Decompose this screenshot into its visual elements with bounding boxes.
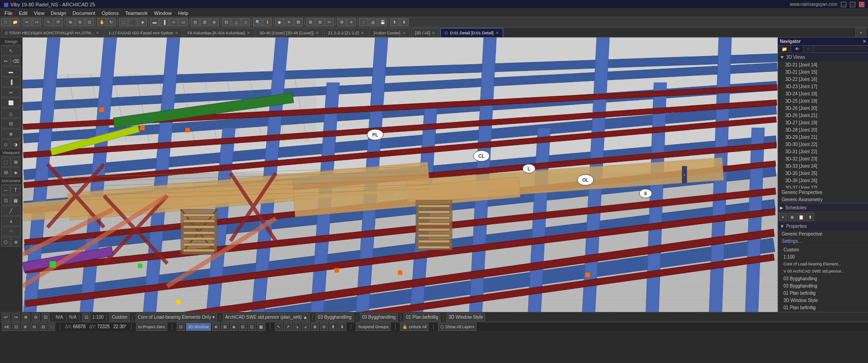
tab-kolumbas[interactable]: F6 Kolumbas [K-004 Kolumbas] ✕ [184, 28, 255, 37]
toolbar-open[interactable]: 📁 [10, 18, 19, 26]
minimize-button[interactable]: — [841, 2, 846, 7]
tab-detail[interactable]: ⊡ D:01 Detail [D:01 Detail] ✕ [440, 28, 503, 37]
view-mode-btn-3[interactable]: ⊞ [221, 323, 229, 331]
toolbar-object[interactable]: ⊕ [210, 18, 219, 26]
toolbar-trim[interactable]: ✂ [325, 18, 334, 26]
tool-section[interactable]: ⊞ [11, 157, 20, 167]
viewport[interactable]: PL CL L OL 6 [23, 38, 778, 312]
right-action-btn-4[interactable]: ⬆ [806, 213, 814, 221]
coord-btn-3[interactable]: ⊖ [30, 323, 38, 331]
toolbar-publish[interactable]: ↑ [359, 18, 368, 26]
view-mode-btn-5[interactable]: ⊟ [239, 323, 247, 331]
toolbar-morph[interactable]: ◇ [241, 18, 250, 26]
tool-morph[interactable]: ◇ [1, 139, 10, 149]
tool-shell[interactable]: ◑ [11, 139, 20, 149]
status-undo[interactable]: ↩ [2, 313, 10, 321]
list-3d-25[interactable]: 3D-25 [Joint 19] [778, 97, 868, 104]
status-fit[interactable]: ⊡ [42, 313, 50, 321]
toolbar-pan[interactable]: ✋ [97, 18, 106, 26]
right-tab-project[interactable]: 📁 [778, 46, 791, 52]
toolbar-arrow[interactable]: ↖ [44, 18, 53, 26]
toolbar-undo[interactable]: ↩ [23, 18, 32, 26]
list-3d-30[interactable]: 3D-30 [Joint 22] [778, 141, 868, 148]
tool-text[interactable]: T [11, 185, 20, 195]
list-generic-perspective[interactable]: Generic Perspective [778, 189, 868, 196]
maximize-button[interactable]: □ [850, 2, 855, 7]
right-action-btn-3[interactable]: 📋 [797, 213, 805, 221]
tab-3d-all-close[interactable]: ✕ [432, 31, 435, 35]
list-3d-35[interactable]: 3D-35 [Joint 25] [778, 170, 868, 177]
tool-pencil[interactable]: ✏ [1, 56, 10, 66]
list-3d-22[interactable]: 3D-22 [Joint 16] [778, 75, 868, 83]
status-bygghandling1[interactable]: 03 Bygghandling [316, 313, 354, 321]
toolbar-orbit[interactable]: ↻ [107, 18, 116, 26]
view-mode-btn-2[interactable]: ⊕ [212, 323, 220, 331]
tool-arc[interactable]: ◠ [1, 226, 21, 236]
toolbar-surface[interactable]: ⊠ [294, 18, 303, 26]
right-tab-publish[interactable]: ↑ [803, 46, 813, 52]
menu-options[interactable]: Options [99, 10, 122, 16]
nav-btn-8[interactable]: ⬇ [338, 323, 346, 331]
list-3d-37[interactable]: 3D-37 [Joint 27] [778, 184, 868, 189]
tool-object[interactable]: ⊕ [1, 129, 21, 139]
view-mode-btn-7[interactable]: ▦ [257, 323, 265, 331]
tool-plan[interactable]: ⬚ [1, 157, 10, 167]
list-3d-33[interactable]: 3D-33 [Joint 24] [778, 162, 868, 170]
toolbar-info[interactable]: ℹ [263, 18, 272, 26]
schedules-section[interactable]: ▶ Schedules [778, 203, 868, 212]
list-generic-axonometry[interactable]: Generic Axonometry [778, 196, 868, 203]
menu-document[interactable]: Document [70, 10, 98, 16]
status-zoom-out[interactable]: ⊖ [32, 313, 40, 321]
menu-design[interactable]: Design [48, 10, 69, 16]
list-3d-21-15[interactable]: 3D-21 [Joint 15] [778, 68, 868, 75]
menu-help[interactable]: Help [175, 10, 191, 16]
tool-column[interactable]: ▐ [1, 77, 21, 87]
suspend-groups-btn[interactable]: Suspend Groups [356, 323, 391, 331]
coord-btn-2[interactable]: ⊕ [21, 323, 29, 331]
tool-arrow[interactable]: ↖ [1, 46, 21, 56]
toolbar-fit[interactable]: ⊡ [85, 18, 94, 26]
tab-3d-all[interactable]: [3D / All] ✕ [411, 28, 440, 37]
prop-generic-perspective[interactable]: Generic Perspective [778, 230, 868, 237]
view-mode-btn-1[interactable]: ⊡ [177, 323, 185, 331]
status-bygghandling2[interactable]: 03 Bygghandling [360, 313, 398, 321]
toolbar-align[interactable]: ⊞ [306, 18, 315, 26]
properties-section[interactable]: ▼ Properties [778, 222, 868, 230]
nav-btn-6[interactable]: ⊖ [320, 323, 328, 331]
status-plan[interactable]: 01 Plan befintlig [404, 313, 440, 321]
3d-views-section[interactable]: ▼ 3D Views [778, 53, 868, 61]
toolbar-column[interactable]: ▐ [160, 18, 169, 26]
tab-z1-close[interactable]: ✕ [361, 31, 364, 35]
toolbar-door[interactable]: ⊟ [191, 18, 200, 26]
toolbar-element-settings[interactable]: ⚙ [337, 18, 346, 26]
project-zero-btn[interactable]: to Project Zero [136, 323, 167, 331]
status-3d-style[interactable]: 3D Window Style [446, 313, 485, 321]
menu-file[interactable]: File [2, 10, 15, 16]
toolbar-find[interactable]: 🔍 [253, 18, 262, 26]
list-3d-27[interactable]: 3D-27 [Joint 19] [778, 119, 868, 126]
coord-icon-1[interactable]: A€ [2, 323, 11, 331]
tab-action-center[interactable]: [Action Center] ✕ [369, 28, 410, 37]
tab-fasad[interactable]: 1-17 FASAD ISO Fasad mot Sydost ✕ [104, 28, 183, 37]
toolbar-elevation[interactable]: ⬛ [128, 18, 137, 26]
toolbar-stair[interactable]: ⊟ [222, 18, 231, 26]
tool-stair[interactable]: ⊟ [1, 118, 21, 128]
toolbar-print[interactable]: 🖨 [368, 18, 377, 26]
toolbar-zoom-out[interactable]: ⊖ [75, 18, 85, 26]
menu-teamwork[interactable]: Teamwork [123, 10, 151, 16]
tab-new[interactable]: + [855, 28, 866, 37]
toolbar-rotate[interactable]: ⟳ [54, 18, 63, 26]
list-3d-32[interactable]: 3D-32 [Joint 23] [778, 155, 868, 162]
tool-wall[interactable]: ▬ [1, 66, 21, 76]
toolbar-slab[interactable]: ▭ [179, 18, 188, 26]
tab-plan[interactable]: 2: ПЛАН НЕСУЩИХ КОНСТРУКЦИЙ НА ОТМ... ✕ [1, 28, 104, 37]
coord-btn-5[interactable]: □ [48, 323, 55, 331]
right-tab-views[interactable]: 👁 [791, 46, 803, 52]
toolbar-new[interactable]: □ [1, 18, 10, 26]
toolbar-window[interactable]: ⊞ [200, 18, 209, 26]
tab-3d45[interactable]: 3D-45 [Cover] [3D-45 [Cover]] ✕ [255, 28, 323, 37]
tool-dimension[interactable]: ↔ [1, 185, 10, 195]
toolbar-split[interactable]: ⊟ [316, 18, 325, 26]
tool-label[interactable]: ⊡ [1, 195, 10, 205]
coord-btn-4[interactable]: ⊟ [39, 323, 47, 331]
